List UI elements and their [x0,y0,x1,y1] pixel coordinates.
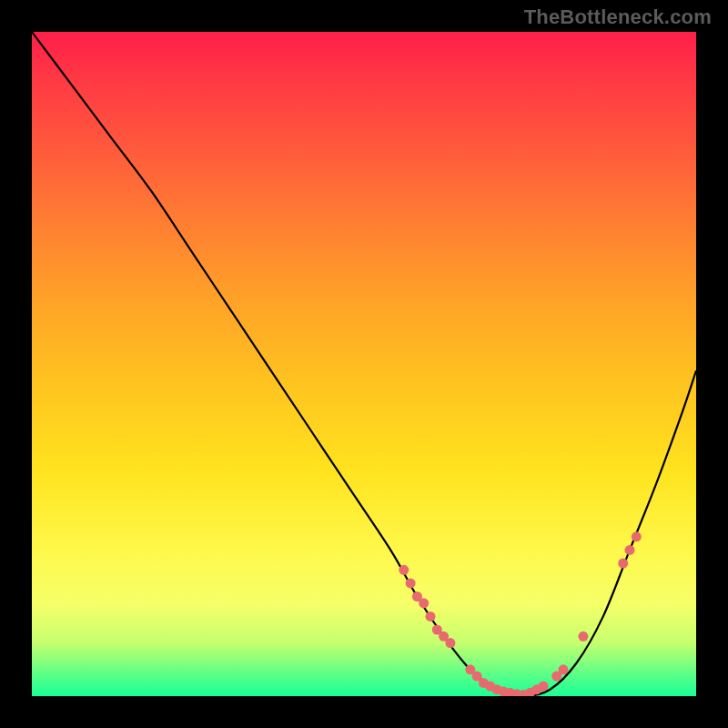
marker-dot [539,682,549,692]
marker-dot [406,578,416,588]
marker-dot [419,598,429,608]
marker-dot [426,612,436,622]
curve-svg [32,32,696,696]
marker-dot [578,632,588,642]
marker-dot [618,559,628,569]
bottleneck-curve [32,32,696,696]
chart-frame: TheBottleneck.com [0,0,728,728]
marker-dot [399,565,409,575]
watermark-text: TheBottleneck.com [524,5,712,29]
marker-dot [625,545,635,555]
marker-dot [445,638,455,648]
marker-dot [559,664,569,674]
marker-dot [632,531,642,541]
